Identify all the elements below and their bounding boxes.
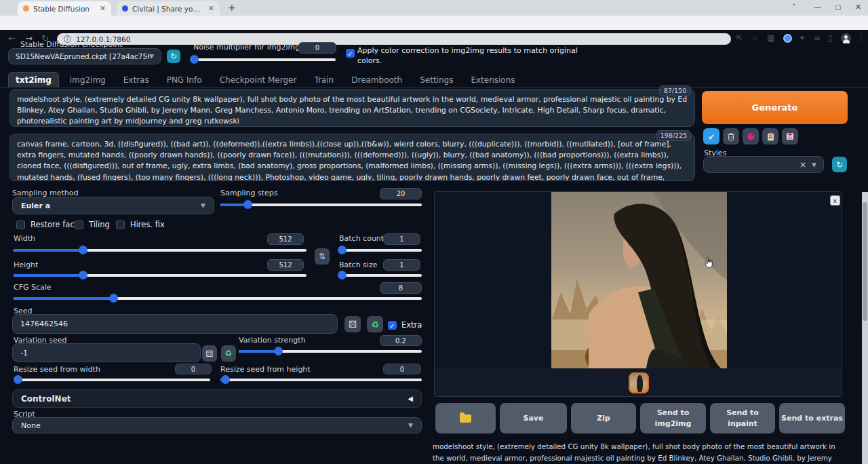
tab-close-icon[interactable]: ✕ [208, 4, 214, 13]
chevron-down-icon: ▼ [149, 53, 154, 60]
tab-png-info[interactable]: PNG Info [160, 73, 209, 88]
browser-tab-civitai[interactable]: Civitai | Share your models ✕ [117, 1, 220, 16]
gallery-thumbnail[interactable] [629, 372, 649, 393]
hires-fix-checkbox[interactable] [116, 220, 125, 229]
tab-extras[interactable]: Extras [117, 73, 156, 88]
open-folder-button[interactable] [435, 403, 496, 433]
send-to-img2img-button[interactable]: Send to img2img [640, 403, 706, 433]
send-to-extras-button[interactable]: Send to extras [779, 403, 845, 433]
window-close-icon[interactable]: ✕ [855, 3, 861, 12]
tab-settings[interactable]: Settings [413, 73, 460, 88]
swap-dimensions-button[interactable]: ⇅ [315, 248, 330, 265]
tiling-option[interactable]: Tiling [75, 220, 110, 229]
share-icon[interactable]: ⇱ [736, 33, 743, 43]
hires-fix-option[interactable]: Hires. fix [116, 220, 165, 229]
extra-networks-button[interactable] [743, 128, 759, 144]
cfg-scale-value[interactable]: 8 [380, 282, 422, 294]
window-menu-icon[interactable]: ˅ [792, 3, 796, 12]
reading-list-icon[interactable]: ≡ [814, 33, 821, 43]
width-value[interactable]: 512 [267, 233, 304, 245]
checkpoint-dropdown[interactable]: SD15NewVAEpruned.ckpt [27a4ac756c] ▼ [8, 48, 161, 64]
resize-seed-width-value[interactable]: 0 [175, 364, 212, 374]
restore-faces-option[interactable]: Restore faces [16, 220, 83, 229]
reuse-seed-button[interactable]: ♻ [367, 316, 383, 332]
tiling-checkbox[interactable] [75, 220, 83, 229]
resize-seed-height-slider[interactable] [220, 375, 422, 383]
styles-dropdown[interactable]: × ▼ [703, 156, 824, 173]
styles-refresh-button[interactable]: ↻ [832, 157, 847, 172]
tab-dreambooth[interactable]: Dreambooth [344, 73, 409, 88]
minimize-icon[interactable]: — [814, 3, 821, 12]
variation-strength-slider[interactable] [239, 347, 422, 355]
arrow-down-left-icon: ↙ [708, 132, 715, 141]
batch-count-value[interactable]: 1 [383, 233, 420, 245]
tab-checkpoint-merger[interactable]: Checkpoint Merger [213, 73, 304, 88]
variation-strength-value[interactable]: 0.2 [380, 335, 422, 346]
batch-size-slider[interactable] [339, 271, 422, 279]
scrollbar-thumb[interactable] [863, 202, 867, 321]
maximize-icon[interactable]: ▢ [835, 3, 841, 11]
extra-checkbox[interactable]: ✓ [388, 321, 397, 330]
sampling-method-dropdown[interactable]: Euler a ▼ [12, 197, 214, 214]
save-style-button[interactable] [782, 128, 798, 144]
extensions-puzzle-icon[interactable]: ✦ [799, 33, 806, 43]
seed-input[interactable]: 1476462546 [12, 314, 338, 334]
extension-blue-icon[interactable] [783, 34, 792, 43]
generated-image[interactable] [551, 192, 727, 368]
generate-button[interactable]: Generate [702, 91, 848, 124]
clear-prompt-trash-button[interactable] [723, 128, 739, 144]
height-value[interactable]: 512 [267, 259, 304, 271]
hires-fix-label: Hires. fix [130, 220, 165, 229]
tab-extensions[interactable]: Extensions [464, 73, 521, 88]
random-seed-button[interactable]: ⚄ [344, 316, 361, 332]
bookmark-star-icon[interactable]: ☆ [751, 33, 759, 43]
sampling-steps-value[interactable]: 20 [380, 188, 422, 199]
send-to-inpaint-button[interactable]: Send to inpaint [710, 403, 775, 433]
sampling-steps-slider[interactable] [220, 200, 422, 208]
recycle-icon: ♻ [371, 320, 379, 330]
noise-multiplier-value[interactable]: 0 [298, 42, 336, 54]
variation-reuse-seed-button[interactable]: ♻ [221, 345, 236, 362]
width-slider[interactable] [14, 246, 307, 254]
variation-seed-input[interactable]: -1 [12, 343, 201, 362]
height-slider[interactable] [14, 271, 307, 279]
resize-seed-height-value[interactable]: 0 [383, 364, 421, 374]
tab-train[interactable]: Train [307, 73, 340, 88]
controlnet-accordion[interactable]: ControlNet ◀ [12, 389, 422, 408]
batch-count-slider[interactable] [339, 246, 422, 254]
tab-txt2img[interactable]: txt2img [8, 72, 59, 88]
batch-size-label: Batch size [339, 260, 377, 269]
color-correction-checkbox[interactable]: ✓ [346, 49, 355, 58]
checkpoint-refresh-button[interactable]: ↻ [167, 50, 180, 63]
back-icon[interactable]: ← [8, 33, 16, 43]
address-bar[interactable]: i 127.0.0.1:7860 [57, 33, 731, 45]
restore-faces-checkbox[interactable] [16, 220, 25, 229]
prompt-input[interactable]: modelshoot style, (extremely detailed CG… [9, 89, 695, 127]
noise-multiplier-slider[interactable] [191, 55, 336, 63]
dice-icon: ⚄ [349, 319, 357, 330]
profile-avatar[interactable] [841, 33, 851, 43]
browser-tab-stable-diffusion[interactable]: Stable Diffusion ✕ [18, 1, 111, 16]
tab-close-icon[interactable]: ✕ [100, 4, 106, 13]
resize-seed-width-slider[interactable] [14, 375, 210, 383]
batch-size-value[interactable]: 1 [383, 259, 420, 271]
close-preview-button[interactable]: x [830, 195, 840, 206]
script-dropdown[interactable]: None ▼ [12, 417, 422, 433]
browser-menu-icon[interactable]: ⋮ [857, 33, 865, 43]
paste-params-arrow-button[interactable]: ↙ [703, 128, 719, 144]
extension-grid-icon[interactable]: ▦ [767, 33, 774, 43]
zip-button[interactable]: Zip [571, 403, 636, 433]
tab-img2img[interactable]: img2img [63, 73, 113, 88]
cfg-scale-slider[interactable] [14, 294, 422, 302]
new-tab-icon[interactable]: + [228, 2, 236, 13]
variation-random-seed-button[interactable]: ⚄ [202, 345, 217, 362]
extra-seed-option[interactable]: ✓ Extra [388, 320, 422, 330]
clear-styles-icon[interactable]: × [800, 160, 806, 170]
accordion-collapsed-icon: ◀ [408, 395, 413, 402]
side-panel-icon[interactable]: ▯ [828, 33, 833, 43]
page-scrollbar[interactable] [862, 192, 868, 464]
save-button[interactable]: Save [500, 403, 567, 433]
apply-style-button[interactable] [762, 128, 778, 144]
negative-prompt-input[interactable]: canvas frame, cartoon, 3d, ((disfigured)… [9, 134, 695, 181]
prompt-tool-row: ↙ [703, 128, 798, 144]
